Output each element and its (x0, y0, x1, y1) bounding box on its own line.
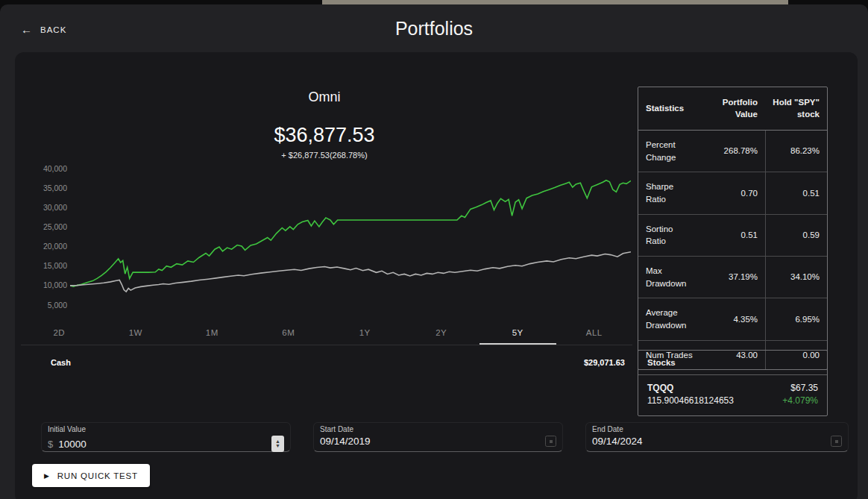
initial-value-input[interactable]: 10000 (58, 439, 87, 450)
stats-row-spy-value: 34.10% (765, 257, 827, 298)
calendar-icon[interactable] (545, 436, 556, 447)
y-axis-labels: 40,00035,00030,00025,00020,00015,00010,0… (21, 161, 67, 312)
calendar-icon[interactable] (831, 436, 842, 447)
start-date-input[interactable]: 09/14/2019 (320, 436, 371, 447)
tab-6m[interactable]: 6M (251, 321, 327, 345)
run-quick-test-button[interactable]: ▶ RUN QUICK TEST (32, 464, 150, 487)
y-tick-label: 40,000 (21, 164, 67, 173)
stats-row-portfolio-value: 4.35% (702, 298, 765, 339)
stats-row-spy-value: 0.51 (765, 172, 827, 213)
tab-1w[interactable]: 1W (98, 321, 174, 345)
stats-row-label: Max Drawdown (638, 257, 702, 298)
series-portfolio-value (70, 181, 631, 287)
portfolio-name: Omni (15, 90, 634, 105)
stats-row-label: Sortino Ratio (638, 215, 702, 256)
start-date-field[interactable]: Start Date 09/14/2019 (313, 422, 563, 452)
cash-row: Cash $29,071.63 (51, 358, 625, 367)
stock-price: $67.35 (790, 382, 818, 395)
stats-row-spy-value: 86.23% (765, 131, 827, 172)
stats-row-portfolio-value: 0.51 (702, 215, 765, 256)
statistics-header-row: Statistics Portfolio Value Hold "SPY" st… (638, 87, 827, 131)
play-icon: ▶ (44, 472, 50, 480)
run-quick-test-label: RUN QUICK TEST (57, 471, 138, 480)
stats-row-portfolio-value: 0.70 (702, 172, 765, 213)
y-tick-label: 15,000 (21, 261, 67, 270)
portfolio-value: $36,877.53 (15, 124, 634, 147)
stocks-panel: Stocks TQQQ $67.35 115.90046618124653 +4… (638, 350, 828, 416)
tab-1y[interactable]: 1Y (327, 321, 403, 345)
page-title: Portfolios (0, 18, 868, 40)
stats-row: Sortino Ratio0.510.59 (638, 215, 827, 257)
stats-row: Sharpe Ratio0.700.51 (638, 172, 827, 214)
stats-row: Average Drawdown4.35%6.95% (638, 298, 827, 340)
stats-header-spy: Hold "SPY" stock (765, 87, 827, 130)
start-date-label: Start Date (320, 425, 556, 434)
stats-row-portfolio-value: 268.78% (702, 131, 765, 172)
stock-shares: 115.90046618124653 (647, 395, 734, 407)
end-date-label: End Date (592, 425, 842, 434)
initial-value-label: Initial Value (48, 425, 284, 434)
tab-1m[interactable]: 1M (174, 321, 251, 345)
stats-row-label: Sharpe Ratio (638, 172, 702, 213)
y-tick-label: 10,000 (21, 280, 67, 289)
back-button[interactable]: ← BACK (21, 24, 66, 35)
y-tick-label: 25,000 (21, 222, 67, 231)
stats-row: Max Drawdown37.19%34.10% (638, 257, 827, 298)
stocks-title: Stocks (638, 351, 827, 375)
y-tick-label: 20,000 (21, 242, 67, 251)
portfolio-card: Omni $36,877.53 + $26,877.53(268.78%) 40… (15, 52, 858, 499)
chart-svg (70, 161, 631, 312)
stats-row-spy-value: 0.59 (765, 215, 827, 256)
stock-change-pct: +4.079% (782, 395, 818, 407)
y-tick-label: 5,000 (21, 301, 67, 310)
cash-value: $29,071.63 (584, 358, 625, 367)
stepper-down-icon[interactable]: ▼ (275, 444, 280, 448)
app-surface: ← BACK Portfolios Omni $36,877.53 + $26,… (0, 4, 868, 499)
stock-symbol: TQQQ (647, 382, 673, 395)
tab-2y[interactable]: 2Y (403, 321, 480, 345)
tab-2d[interactable]: 2D (21, 321, 98, 345)
number-stepper[interactable]: ▲▼ (271, 436, 284, 452)
cash-label: Cash (51, 358, 71, 367)
performance-chart: 40,00035,00030,00025,00020,00015,00010,0… (15, 161, 634, 312)
tab-5y[interactable]: 5Y (479, 321, 556, 345)
y-tick-label: 35,000 (21, 183, 67, 192)
end-date-field[interactable]: End Date 09/14/2024 (585, 422, 849, 452)
tab-all[interactable]: ALL (556, 321, 633, 345)
stats-header-label: Statistics (638, 87, 702, 130)
end-date-input[interactable]: 09/14/2024 (592, 436, 643, 447)
range-tabs: 2D1W1M6M1Y2Y5YALL (21, 321, 632, 345)
back-label: BACK (40, 25, 66, 34)
back-arrow-icon: ← (21, 24, 33, 35)
initial-value-field[interactable]: Initial Value $ 10000 ▲▼ (41, 422, 291, 452)
stats-table-body: Percent Change268.78%86.23%Sharpe Ratio0… (638, 131, 827, 369)
dollar-prefix: $ (48, 439, 53, 450)
stock-row: TQQQ $67.35 115.90046618124653 +4.079% (638, 375, 827, 415)
stats-row-label: Average Drawdown (638, 298, 702, 339)
stats-row: Percent Change268.78%86.23% (638, 131, 827, 172)
portfolio-change: + $26,877.53(268.78%) (15, 151, 634, 160)
stats-row-spy-value: 6.95% (765, 298, 827, 339)
stats-row-portfolio-value: 37.19% (702, 257, 765, 298)
stats-header-portfolio: Portfolio Value (702, 87, 765, 130)
stats-row-label: Percent Change (638, 131, 702, 172)
statistics-table: Statistics Portfolio Value Hold "SPY" st… (638, 87, 828, 370)
y-tick-label: 30,000 (21, 203, 67, 212)
